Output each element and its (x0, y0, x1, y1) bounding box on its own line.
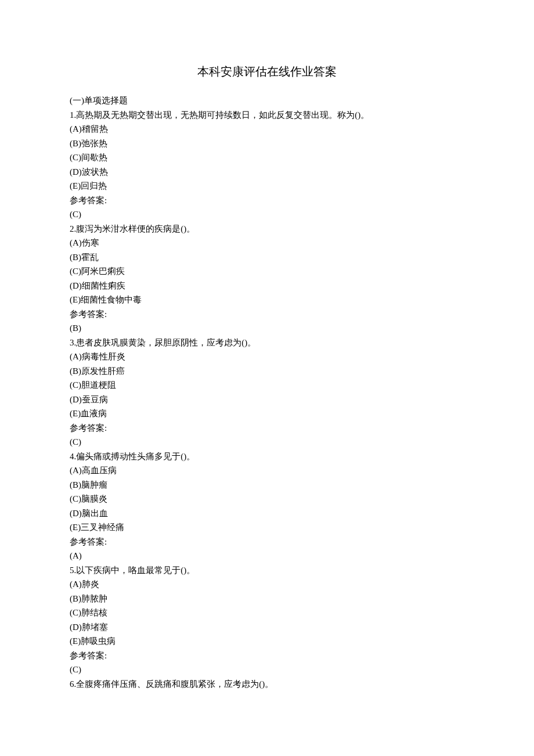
question-option: (C)脑膜炎 (70, 492, 464, 506)
question-option: (E)三叉神经痛 (70, 520, 464, 535)
question-option: (C)阿米巴痢疾 (70, 264, 464, 279)
question-option: (E)肺吸虫病 (70, 634, 464, 649)
question-option: (A)肺炎 (70, 577, 464, 592)
question-option: (D)脑出血 (70, 506, 464, 521)
question-option: (C)间歇热 (70, 150, 464, 165)
answer-label: 参考答案: (70, 193, 464, 208)
page-title: 本科安康评估在线作业答案 (70, 64, 464, 80)
question-option: (D)波状热 (70, 165, 464, 179)
answer-label: 参考答案: (70, 307, 464, 322)
answer-value: (A) (70, 549, 464, 563)
question-option: (C)肺结核 (70, 606, 464, 620)
answer-value: (C) (70, 663, 464, 677)
answer-value: (C) (70, 207, 464, 222)
answer-label: 参考答案: (70, 649, 464, 663)
answer-label: 参考答案: (70, 535, 464, 549)
question-option: (A)高血压病 (70, 463, 464, 478)
questions-container: 1.高热期及无热期交替出现，无热期可持续数日，如此反复交替出现。称为()。(A)… (70, 108, 464, 692)
question-option: (A)稽留热 (70, 122, 464, 136)
question-option: (E)血液病 (70, 406, 464, 421)
answer-value: (C) (70, 435, 464, 449)
answer-label: 参考答案: (70, 421, 464, 435)
question-stem: 5.以下疾病中，咯血最常见于()。 (70, 563, 464, 578)
section-heading: (一)单项选择题 (70, 93, 464, 108)
question-option: (A)病毒性肝炎 (70, 350, 464, 364)
question-option: (E)回归热 (70, 179, 464, 193)
question-option: (D)蚕豆病 (70, 393, 464, 407)
question-stem: 3.患者皮肤巩膜黄染，尿胆原阴性，应考虑为()。 (70, 336, 464, 350)
question-option: (B)弛张热 (70, 136, 464, 151)
question-stem: 2.腹泻为米泔水样便的疾病是()。 (70, 222, 464, 236)
answer-value: (B) (70, 321, 464, 336)
question-stem: 1.高热期及无热期交替出现，无热期可持续数日，如此反复交替出现。称为()。 (70, 108, 464, 123)
document-page: 本科安康评估在线作业答案 (一)单项选择题 1.高热期及无热期交替出现，无热期可… (0, 0, 534, 726)
question-stem: 6.全腹疼痛伴压痛、反跳痛和腹肌紧张，应考虑为()。 (70, 677, 464, 692)
question-option: (E)细菌性食物中毒 (70, 293, 464, 307)
question-option: (B)肺脓肿 (70, 592, 464, 606)
question-option: (B)霍乱 (70, 250, 464, 265)
question-option: (D)细菌性痢疾 (70, 279, 464, 293)
question-stem: 4.偏头痛或搏动性头痛多见于()。 (70, 449, 464, 464)
question-option: (D)肺堵塞 (70, 620, 464, 635)
question-option: (B)脑肿瘤 (70, 478, 464, 492)
question-option: (B)原发性肝癌 (70, 364, 464, 379)
question-option: (A)伤寒 (70, 236, 464, 250)
question-option: (C)胆道梗阻 (70, 378, 464, 393)
